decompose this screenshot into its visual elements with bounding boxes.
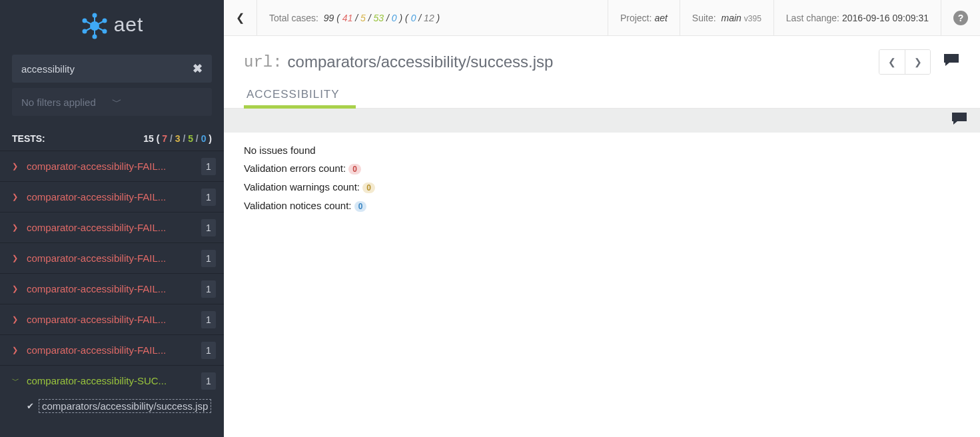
tests-counts: 15 ( 7 / 3 / 5 / 0 ): [143, 133, 212, 144]
filter-label: No filters applied: [21, 97, 112, 108]
tests-header: TESTS: 15 ( 7 / 3 / 5 / 0 ): [0, 128, 224, 151]
url-prefix: url:: [244, 53, 282, 71]
test-item[interactable]: ❯comparator-accessibility-FAIL...1: [0, 242, 224, 273]
test-name: comparator-accessibility-FAIL...: [27, 314, 201, 325]
test-name: comparator-accessibility-FAIL...: [27, 252, 201, 264]
test-sub-item[interactable]: ✔comparators/accessibility/success.jsp: [0, 396, 224, 416]
test-item[interactable]: ﹀comparator-accessibility-SUC...1: [0, 365, 224, 396]
paren: (: [157, 133, 163, 144]
help-cell[interactable]: ?: [941, 0, 980, 35]
cases-pass: 53: [374, 13, 384, 23]
cases-warn: 5: [360, 13, 366, 23]
sep: /: [183, 133, 188, 144]
cases-blue: 0: [392, 13, 397, 23]
sidebar: aet ✖ No filters applied ﹀ TESTS: 15 ( 7…: [0, 0, 224, 437]
sep: /: [196, 133, 201, 144]
main: ❮ Total cases: 99 ( 41 / 5 / 53 / 0 ) ( …: [224, 0, 980, 437]
suite-ver: v395: [744, 14, 761, 23]
pager: ❮ ❯: [879, 49, 931, 75]
cases-fail: 41: [342, 13, 353, 23]
no-issues-text: No issues found: [244, 145, 960, 156]
tests-warn: 3: [175, 133, 181, 144]
test-item[interactable]: ❯comparator-accessibility-FAIL...1: [0, 334, 224, 365]
test-count-badge: 1: [201, 219, 216, 236]
paren: ): [206, 133, 212, 144]
warnings-row: Validation warnings count: 0: [244, 181, 960, 193]
tests-pass: 5: [188, 133, 193, 144]
test-count-badge: 1: [201, 158, 216, 175]
prev-button[interactable]: ❮: [879, 50, 905, 74]
chevron-down-icon: ﹀: [112, 96, 203, 109]
chevron-right-icon: ❯: [12, 162, 21, 171]
project-cell: Project: aet: [608, 0, 680, 35]
tabs: ACCESSIBILITY: [224, 84, 980, 109]
chevron-right-icon: ❯: [12, 223, 21, 232]
brand-logo: aet: [0, 0, 224, 55]
project-val: aet: [654, 13, 667, 23]
notices-label: Validation notices count:: [244, 200, 352, 211]
test-item[interactable]: ❯comparator-accessibility-FAIL...1: [0, 181, 224, 212]
test-list: ❯comparator-accessibility-FAIL...1❯compa…: [0, 151, 224, 437]
test-name: comparator-accessibility-SUC...: [27, 375, 201, 386]
comment-icon[interactable]: [951, 111, 968, 130]
warnings-label: Validation warnings count:: [244, 181, 360, 193]
suite-cell: Suite: main v395: [680, 0, 774, 35]
cases-total: 99: [324, 13, 334, 23]
test-item[interactable]: ❯comparator-accessibility-FAIL...1: [0, 273, 224, 304]
test-name: comparator-accessibility-FAIL...: [27, 161, 201, 172]
test-count-badge: 1: [201, 372, 216, 390]
result-content: No issues found Validation errors count:…: [224, 133, 980, 230]
notices-row: Validation notices count: 0: [244, 200, 960, 212]
last-label: Last change:: [786, 13, 839, 23]
test-item[interactable]: ❯comparator-accessibility-FAIL...1: [0, 151, 224, 181]
tests-label: TESTS:: [12, 133, 45, 144]
test-name: comparator-accessibility-FAIL...: [27, 283, 201, 294]
chevron-right-icon: ❯: [12, 284, 21, 293]
next-button[interactable]: ❯: [905, 50, 930, 74]
total-cases: Total cases: 99 ( 41 / 5 / 53 / 0 ) ( 0 …: [257, 0, 608, 35]
test-count-badge: 1: [201, 280, 216, 298]
cases-p2b: 12: [424, 13, 434, 23]
suite-name: main: [722, 13, 741, 23]
warnings-pill: 0: [362, 183, 375, 193]
comment-icon[interactable]: [943, 53, 960, 71]
topbar: ❮ Total cases: 99 ( 41 / 5 / 53 / 0 ) ( …: [224, 0, 980, 36]
chevron-right-icon: ❯: [12, 254, 21, 262]
chevron-right-icon: ❯: [12, 346, 21, 354]
sub-item-name: comparators/accessibility/success.jsp: [39, 399, 211, 413]
tests-fail: 7: [162, 133, 167, 144]
cases-label: Total cases:: [269, 13, 318, 23]
cases-p2a: 0: [411, 13, 416, 23]
brand-text: aet: [114, 13, 144, 35]
search-input[interactable]: [21, 63, 193, 75]
notices-pill: 0: [354, 201, 367, 212]
test-name: comparator-accessibility-FAIL...: [27, 191, 201, 203]
test-name: comparator-accessibility-FAIL...: [27, 222, 201, 233]
search-box[interactable]: ✖: [12, 55, 212, 83]
check-icon: ✔: [27, 401, 39, 411]
sep: /: [170, 133, 175, 144]
chevron-right-icon: ❯: [12, 315, 21, 324]
test-name: comparator-accessibility-FAIL...: [27, 344, 201, 356]
test-item[interactable]: ❯comparator-accessibility-FAIL...1: [0, 304, 224, 334]
test-count-badge: 1: [201, 189, 216, 206]
test-count-badge: 1: [201, 311, 216, 328]
filter-dropdown[interactable]: No filters applied ﹀: [12, 88, 212, 116]
last-change-cell: Last change: 2016-09-16 09:09:31: [774, 0, 941, 35]
clear-search-icon[interactable]: ✖: [193, 61, 203, 76]
tests-total: 15: [143, 133, 154, 144]
chevron-down-icon: ﹀: [12, 376, 21, 386]
tab-accessibility[interactable]: ACCESSIBILITY: [244, 84, 342, 108]
errors-label: Validation errors count:: [244, 163, 346, 174]
help-icon: ?: [953, 11, 968, 25]
project-label: Project:: [620, 13, 652, 23]
test-item[interactable]: ❯comparator-accessibility-FAIL...1: [0, 212, 224, 242]
chevron-right-icon: ❯: [12, 193, 21, 201]
logo-icon: [81, 12, 109, 40]
url-row: url: comparators/accessibility/success.j…: [224, 36, 980, 84]
last-val: 2016-09-16 09:09:31: [842, 13, 929, 23]
test-count-badge: 1: [201, 250, 216, 267]
errors-pill: 0: [348, 164, 361, 175]
back-button[interactable]: ❮: [224, 0, 257, 35]
suite-val: main v395: [719, 13, 761, 23]
